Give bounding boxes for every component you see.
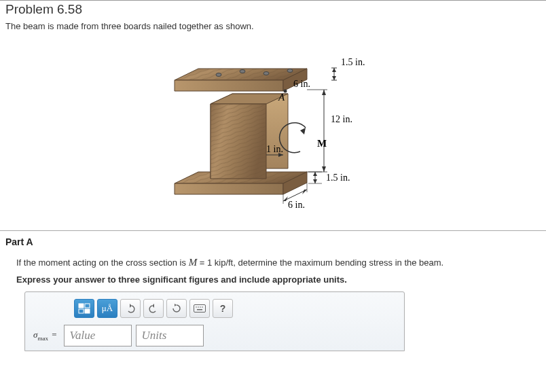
svg-point-13 [216,73,221,77]
part-a-text: If the moment acting on the cross sectio… [0,251,546,274]
sigma-subscript: max [37,335,48,342]
dim-bottom-width: 6 in. [288,200,305,210]
reset-button[interactable] [166,299,187,318]
svg-marker-45 [130,304,132,308]
svg-marker-38 [302,190,307,194]
svg-marker-8 [211,104,266,179]
svg-rect-42 [85,304,90,308]
svg-marker-10 [175,80,283,91]
svg-point-51 [200,306,201,308]
svg-rect-41 [79,304,84,308]
svg-point-15 [263,72,269,75]
units-input[interactable]: Units [136,325,204,346]
redo-button[interactable] [143,299,164,318]
svg-marker-22 [332,76,336,80]
part-a-heading: Part A [0,231,546,251]
undo-button[interactable] [120,299,141,318]
svg-point-14 [240,70,245,73]
svg-marker-32 [313,172,317,176]
svg-point-50 [198,306,199,308]
point-a-label: A [278,92,285,103]
templates-button[interactable] [74,299,94,318]
svg-marker-33 [313,179,317,183]
value-input[interactable]: Value [64,325,132,346]
help-button[interactable]: ? [213,299,233,318]
dim-top-thickness: 1.5 in. [341,57,365,67]
svg-marker-28 [300,128,306,135]
svg-marker-47 [175,304,177,306]
problem-title: Problem 6.58 [0,1,546,21]
svg-marker-21 [332,68,336,72]
svg-rect-44 [85,309,90,313]
svg-marker-24 [322,90,326,95]
part-a-instruction: Express your answer to three significant… [0,274,546,291]
svg-marker-46 [152,304,154,308]
reset-icon [171,303,182,314]
units-button[interactable]: μÅ [97,299,117,318]
svg-rect-48 [194,305,206,313]
keyboard-button[interactable] [189,299,210,318]
moment-var: M [189,257,198,268]
undo-icon [125,304,136,313]
qtext-eq: = 1 kip/ft [197,257,233,268]
answer-toolbar: μÅ ? [32,299,397,318]
moment-label: M [317,138,327,149]
svg-marker-37 [283,196,288,201]
svg-marker-1 [175,183,283,194]
svg-rect-43 [79,309,84,313]
svg-point-49 [196,306,197,308]
svg-rect-53 [197,309,202,310]
dim-top-width: 6 in. [293,79,310,89]
dim-bottom-thickness: 1.5 in. [326,173,350,183]
sigma-max-label: σmax = [32,329,60,342]
answer-box: μÅ ? σmax = Value Units [24,291,405,351]
beam-figure: 6 in. A 1.5 in. 12 in. M 1 in. 1.5 in. 6… [0,35,546,225]
qtext-before: If the moment acting on the cross sectio… [16,257,189,268]
dim-web-height: 12 in. [331,114,352,124]
svg-marker-25 [322,166,326,172]
redo-icon [148,304,159,313]
dim-web-thickness: 1 in. [266,144,283,154]
svg-point-17 [284,90,287,93]
svg-point-16 [287,69,293,73]
svg-point-52 [202,306,203,308]
qtext-after: , determine the maximum bending stress i… [233,257,443,268]
problem-description: The beam is made from three boards naile… [0,21,546,35]
equals-sign: = [50,329,56,340]
keyboard-icon [194,304,206,313]
